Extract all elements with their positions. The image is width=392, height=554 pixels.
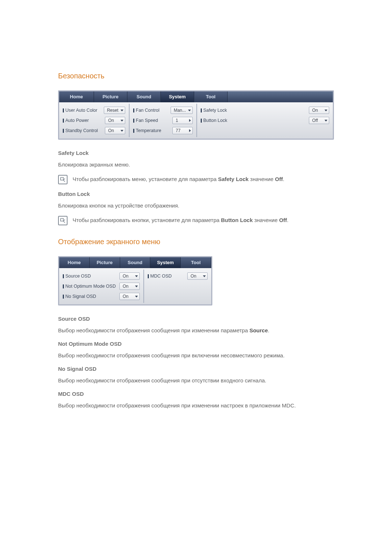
label-mdc-osd: MDC OSD: [150, 274, 172, 279]
tab-bar: Home Picture Sound System Tool: [59, 257, 211, 268]
label-standby-control: Standby Control: [65, 128, 98, 133]
chevron-down-icon: [121, 120, 123, 122]
stepper-temperature[interactable]: 77: [172, 127, 193, 134]
value-temperature: 77: [176, 128, 180, 133]
value-user-auto-color: Reset: [107, 108, 118, 113]
dropdown-standby-control[interactable]: On: [105, 127, 125, 134]
dropdown-not-optimum[interactable]: On: [119, 283, 140, 290]
dropdown-safety-lock[interactable]: On: [309, 107, 329, 114]
value-fan-control: Man...: [174, 108, 186, 113]
tab-system[interactable]: System: [150, 257, 181, 268]
chevron-down-icon: [121, 110, 123, 111]
security-col1: User Auto Color Reset Auto Power On Stan…: [59, 104, 130, 137]
dropdown-button-lock[interactable]: Off: [309, 117, 329, 124]
text-source-osd: Выбор необходимости отображения сообщени…: [58, 326, 334, 335]
text-safety-lock: Блокировка экранных меню.: [58, 160, 334, 169]
dropdown-source-osd[interactable]: On: [119, 272, 140, 280]
note-text-button-lock: Чтобы разблокировать кнопки, установите …: [73, 216, 289, 225]
value-standby-control: On: [108, 128, 114, 133]
value-fan-speed: 1: [176, 118, 178, 123]
text-not-optimum: Выбор необходимости отображения сообщени…: [58, 351, 334, 360]
heading-source-osd: Source OSD: [58, 316, 334, 322]
tab-home[interactable]: Home: [59, 257, 90, 268]
label-temperature: Temperature: [136, 128, 161, 133]
value-auto-power: On: [108, 118, 114, 123]
chevron-down-icon: [324, 110, 327, 111]
tab-picture[interactable]: Picture: [90, 257, 120, 268]
tab-sound[interactable]: Sound: [120, 257, 151, 268]
heading-not-optimum: Not Optimum Mode OSD: [58, 341, 334, 347]
chevron-down-icon: [135, 275, 138, 277]
osd-settings-panel: Home Picture Sound System Tool Source OS…: [58, 256, 212, 305]
tab-system[interactable]: System: [161, 91, 194, 102]
value-source-osd: On: [123, 274, 128, 279]
chevron-down-icon: [135, 296, 138, 297]
value-button-lock: Off: [312, 118, 318, 123]
section-title-osd: Отображение экранного меню: [58, 238, 334, 246]
arrow-right-icon: [189, 129, 191, 132]
security-col2: Fan Control Man... Fan Speed 1 Temperatu…: [130, 104, 197, 137]
note-safety-lock: Чтобы разблокировать меню, установите дл…: [58, 175, 334, 184]
dropdown-fan-control[interactable]: Man...: [171, 107, 193, 114]
value-mdc-osd: On: [191, 274, 196, 279]
security-col3: Safety Lock On Button Lock Off: [197, 104, 333, 137]
security-settings-panel: Home Picture Sound System Tool User Auto…: [58, 90, 334, 140]
label-fan-control: Fan Control: [136, 108, 159, 113]
tab-picture[interactable]: Picture: [94, 91, 127, 102]
label-source-osd: Source OSD: [65, 274, 91, 279]
label-auto-power: Auto Power: [65, 118, 89, 123]
label-user-auto-color: User Auto Color: [65, 108, 97, 113]
heading-mdc-osd: MDC OSD: [58, 391, 334, 397]
chevron-down-icon: [324, 120, 327, 122]
heading-button-lock: Button Lock: [58, 191, 334, 197]
label-no-signal: No Signal OSD: [65, 294, 96, 299]
value-not-optimum: On: [123, 284, 128, 289]
value-no-signal: On: [123, 294, 128, 299]
dropdown-mdc-osd[interactable]: On: [187, 272, 208, 280]
osd-col1: Source OSD On Not Optimum Mode OSD On No…: [59, 270, 144, 303]
tab-tool[interactable]: Tool: [181, 257, 211, 268]
tab-home[interactable]: Home: [59, 91, 94, 102]
label-fan-speed: Fan Speed: [136, 118, 158, 123]
text-mdc-osd: Выбор необходимости отображения сообщени…: [58, 401, 334, 410]
note-button-lock: Чтобы разблокировать кнопки, установите …: [58, 216, 334, 225]
value-safety-lock: On: [312, 108, 318, 113]
tab-sound[interactable]: Sound: [127, 91, 161, 102]
dropdown-auto-power[interactable]: On: [105, 117, 125, 124]
dropdown-no-signal[interactable]: On: [119, 293, 140, 300]
text-button-lock: Блокировка кнопок на устройстве отображе…: [58, 201, 334, 210]
chevron-down-icon: [121, 130, 123, 132]
arrow-right-icon: [189, 119, 191, 122]
label-button-lock: Button Lock: [203, 118, 227, 123]
tab-bar: Home Picture Sound System Tool: [59, 91, 333, 102]
text-no-signal: Выбор необходимости отображения сообщени…: [58, 376, 334, 385]
label-safety-lock: Safety Lock: [203, 108, 227, 113]
label-not-optimum: Not Optimum Mode OSD: [65, 284, 116, 289]
chevron-down-icon: [188, 110, 191, 111]
chevron-down-icon: [203, 275, 206, 277]
osd-col2: MDC OSD On: [144, 270, 211, 303]
note-icon: [58, 216, 68, 225]
heading-no-signal: No Signal OSD: [58, 366, 334, 372]
note-text-safety-lock: Чтобы разблокировать меню, установите дл…: [73, 175, 284, 184]
section-title-security: Безопасность: [58, 72, 334, 80]
heading-safety-lock: Safety Lock: [58, 150, 334, 156]
stepper-fan-speed[interactable]: 1: [172, 117, 193, 124]
tab-tool[interactable]: Tool: [194, 91, 228, 102]
dropdown-user-auto-color[interactable]: Reset: [104, 107, 125, 114]
chevron-down-icon: [135, 286, 138, 287]
note-icon: [58, 175, 68, 184]
